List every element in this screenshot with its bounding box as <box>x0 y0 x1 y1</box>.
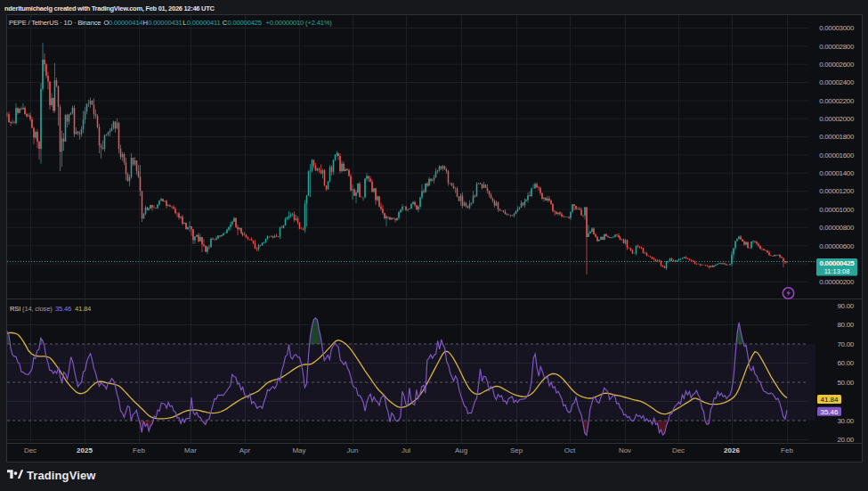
svg-text:Jun: Jun <box>347 446 359 454</box>
svg-text:Feb: Feb <box>133 446 145 454</box>
svg-text:30.00: 30.00 <box>837 417 854 425</box>
svg-text:11:13:08: 11:13:08 <box>824 267 850 275</box>
svg-text:H: H <box>143 19 148 27</box>
svg-text:0.00003000: 0.00003000 <box>819 24 855 32</box>
svg-text:Oct: Oct <box>564 446 576 454</box>
svg-text:0.00001200: 0.00001200 <box>819 187 855 195</box>
svg-text:Feb: Feb <box>781 446 793 454</box>
svg-text:2025: 2025 <box>77 446 93 454</box>
svg-text:nderitumichaelg created with T: nderitumichaelg created with TradingView… <box>4 4 215 12</box>
svg-text:0.00000425: 0.00000425 <box>228 19 262 27</box>
svg-text:0.00000800: 0.00000800 <box>819 224 855 232</box>
svg-text:RSI (14, close): RSI (14, close) <box>10 305 53 313</box>
svg-text:0.00002000: 0.00002000 <box>819 115 855 123</box>
svg-text:Sep: Sep <box>510 446 523 454</box>
svg-text:50.00: 50.00 <box>837 379 854 387</box>
svg-text:Dec: Dec <box>672 446 685 454</box>
svg-text:2026: 2026 <box>724 446 740 454</box>
svg-text:0.00000431: 0.00000431 <box>148 19 182 27</box>
svg-text:41.84: 41.84 <box>820 396 839 404</box>
svg-text:0.00002800: 0.00002800 <box>819 43 855 51</box>
svg-text:35.46: 35.46 <box>55 305 71 313</box>
svg-text:Dec: Dec <box>24 446 37 454</box>
svg-text:Mar: Mar <box>184 446 197 454</box>
svg-text:35.46: 35.46 <box>820 408 839 416</box>
svg-text:70.00: 70.00 <box>837 340 854 348</box>
svg-text:0.00002200: 0.00002200 <box>819 97 855 105</box>
svg-text:0.00000411: 0.00000411 <box>187 19 221 27</box>
svg-text:PEPE / TetherUS · 1D · Binance: PEPE / TetherUS · 1D · Binance <box>9 19 101 27</box>
svg-text:0.00001400: 0.00001400 <box>819 169 855 177</box>
svg-text:0.00002400: 0.00002400 <box>819 78 855 86</box>
svg-text:Aug: Aug <box>455 446 467 454</box>
svg-text:L: L <box>183 19 186 27</box>
svg-text:May: May <box>292 446 305 454</box>
svg-text:0.00001600: 0.00001600 <box>819 151 855 160</box>
svg-text:0.00001800: 0.00001800 <box>819 133 855 141</box>
svg-text:41.84: 41.84 <box>75 305 91 313</box>
svg-text:0.00002600: 0.00002600 <box>819 61 855 69</box>
svg-text:Apr: Apr <box>239 446 251 454</box>
svg-text:80.00: 80.00 <box>837 321 854 329</box>
svg-text:60.00: 60.00 <box>837 359 854 367</box>
svg-text:0.00001000: 0.00001000 <box>819 206 855 214</box>
svg-text:TradingView: TradingView <box>27 469 96 482</box>
svg-text:0.00000414: 0.00000414 <box>109 19 142 27</box>
svg-text:0.00000600: 0.00000600 <box>819 242 855 250</box>
svg-text:Jul: Jul <box>402 446 410 454</box>
svg-text:+0.00000010 (+2.41%): +0.00000010 (+2.41%) <box>266 19 333 27</box>
svg-text:90.00: 90.00 <box>837 302 854 310</box>
svg-text:20.00: 20.00 <box>837 436 854 444</box>
svg-text:Nov: Nov <box>619 446 631 454</box>
svg-text:0.00000200: 0.00000200 <box>819 278 855 286</box>
